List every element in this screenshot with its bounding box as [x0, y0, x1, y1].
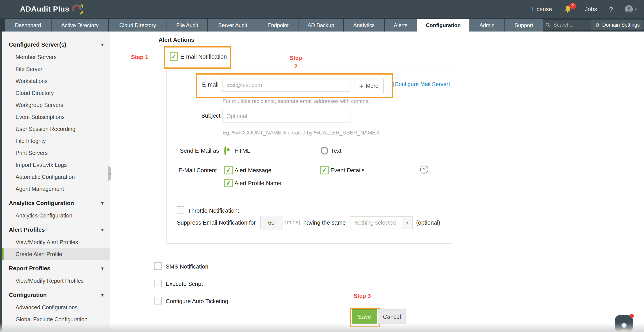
- sidebar-item-workstations[interactable]: Workstations: [2, 75, 110, 87]
- subject-input[interactable]: [222, 110, 350, 123]
- alert-message-checkbox[interactable]: ✓: [224, 166, 233, 174]
- sidebar-item-file-server[interactable]: File Server: [2, 63, 110, 75]
- configure-auto-ticketing-checkbox[interactable]: [154, 297, 162, 305]
- sidebar-item-advanced-configurations[interactable]: Advanced Configurations: [2, 301, 110, 313]
- tab-cloud-directory[interactable]: Cloud Directory: [109, 19, 166, 31]
- suppress-prefix-label: Suppress Email Notification for: [177, 219, 256, 226]
- alert-profile-name-label: Alert Profile Name: [234, 180, 281, 186]
- sidebar-item-member-servers[interactable]: Member Servers: [2, 51, 110, 63]
- help-icon[interactable]: ?: [609, 5, 613, 13]
- user-menu[interactable]: ▾: [625, 5, 637, 13]
- tab-admin[interactable]: Admin: [470, 19, 504, 31]
- sidebar-item-cloud-directory[interactable]: Cloud Directory: [2, 87, 110, 99]
- sms-notification-label: SMS Notification: [166, 263, 208, 270]
- sidebar-item-global-exclude-configuration[interactable]: Global Exclude Configuration: [2, 313, 110, 325]
- global-search[interactable]: [543, 20, 592, 30]
- topbar-actions: License 2 Jobs ?: [532, 0, 637, 18]
- subject-help-text: Eg: %ACCOUNT_NAME% created by %CALLER_US…: [222, 130, 380, 136]
- sidebar-item-print-servers[interactable]: Print Servers: [2, 147, 110, 159]
- email-help-text: For multiple recipients, separate email …: [222, 98, 370, 104]
- tab-analytics[interactable]: Analytics: [344, 19, 384, 31]
- sidebar-item-create-alert-profile[interactable]: Create Alert Profile: [2, 248, 110, 260]
- email-notification-checkbox[interactable]: ✓: [170, 52, 178, 61]
- sidebar-item-file-integrity[interactable]: File Integrity: [2, 135, 110, 147]
- check-icon: ✓: [322, 167, 327, 173]
- search-input[interactable]: [552, 22, 585, 28]
- panel-divider: [176, 196, 444, 196]
- alert-message-label: Alert Message: [234, 167, 271, 174]
- configure-mail-server-link[interactable]: [Configure Mail Server]: [393, 81, 450, 87]
- email-input[interactable]: [222, 78, 350, 92]
- search-icon: [546, 22, 550, 27]
- sidebar-section-configuration[interactable]: Configuration▾: [2, 288, 110, 301]
- tab-alerts[interactable]: Alerts: [384, 19, 416, 31]
- sidebar-section-analytics-configuration[interactable]: Analytics Configuration▾: [2, 196, 110, 210]
- notifications-bell-icon[interactable]: 2: [564, 5, 573, 13]
- sidebar-item-view-modify-report-profiles[interactable]: View/Modify Report Profiles: [2, 275, 110, 287]
- tab-dashboard[interactable]: Dashboard: [5, 19, 51, 31]
- left-edge-strip: [0, 31, 2, 332]
- email-field-label: E-mail: [202, 81, 218, 88]
- mins-label: [mins]: [285, 219, 300, 226]
- sidebar-item-view-modify-alert-profiles[interactable]: View/Modify Alert Profiles: [2, 236, 110, 248]
- execute-script-label: Execute Script: [166, 281, 203, 287]
- sidebar-section-configured-servers[interactable]: Configured Server(s)▾: [2, 38, 110, 51]
- separator: [579, 5, 579, 13]
- sidebar-section-alert-profiles[interactable]: Alert Profiles▾: [2, 223, 110, 236]
- create-alert-profile-content: Alert Actions Step 1 ✓ E-mail Notificati…: [110, 31, 644, 332]
- event-details-checkbox[interactable]: ✓: [320, 166, 329, 174]
- support-chat-widget[interactable]: [615, 315, 633, 332]
- sidebar-item-agent-management[interactable]: Agent Management: [2, 183, 110, 195]
- domain-settings-button[interactable]: Domain Settings: [591, 19, 644, 30]
- chevron-down-icon: ▾: [635, 7, 637, 11]
- domain-settings-label: Domain Settings: [602, 22, 640, 27]
- sidebar-item-automatic-configuration[interactable]: Automatic Configuration: [2, 171, 110, 183]
- email-content-help-icon[interactable]: ?: [420, 166, 428, 174]
- sidebar-section-report-profiles[interactable]: Report Profiles▾: [2, 261, 110, 275]
- logo-swirl-icon: [71, 3, 82, 15]
- plus-icon: +: [359, 82, 363, 89]
- alert-profile-name-checkbox[interactable]: ✓: [224, 179, 233, 187]
- license-link[interactable]: License: [532, 6, 552, 12]
- nav-tabs: Dashboard Active Directory Cloud Directo…: [5, 19, 544, 31]
- subject-field-label: Subject: [201, 112, 220, 119]
- app-logo[interactable]: ADAudit Plus: [20, 3, 82, 15]
- tab-endpoint[interactable]: Endpoint: [258, 19, 298, 31]
- sidebar-item-import-evt-logs[interactable]: Import Evt/Evtx Logs: [2, 159, 110, 171]
- top-bar: ADAudit Plus License 2: [0, 0, 644, 18]
- alert-actions-heading: Alert Actions: [158, 36, 194, 43]
- send-text-label: Text: [331, 147, 342, 154]
- tab-file-audit[interactable]: File Audit: [167, 19, 208, 31]
- suppress-minutes-value[interactable]: 60: [260, 216, 282, 230]
- notification-count-badge: 2: [570, 3, 576, 9]
- sidebar-item-event-subscriptions[interactable]: Event Subscriptions: [2, 111, 110, 123]
- jobs-link[interactable]: Jobs: [585, 6, 597, 12]
- more-button-label: More: [366, 83, 378, 89]
- cancel-button[interactable]: Cancel: [378, 309, 406, 324]
- gear-icon: [595, 22, 600, 27]
- sidebar-item-analytics-configuration[interactable]: Analytics Configuration: [2, 210, 110, 222]
- send-text-radio[interactable]: [321, 147, 328, 154]
- tab-server-audit[interactable]: Server Audit: [208, 19, 258, 31]
- sidebar-item-user-session-recording[interactable]: User Session Recording: [2, 123, 110, 135]
- tab-support[interactable]: Support: [504, 19, 543, 31]
- main-nav-bar: Dashboard Active Directory Cloud Directo…: [0, 18, 644, 31]
- throttle-criteria-dropdown[interactable]: Nothing selected ▾: [350, 216, 412, 229]
- tab-active-directory[interactable]: Active Directory: [52, 19, 108, 31]
- send-html-label: HTML: [234, 147, 250, 154]
- check-icon: ✓: [226, 167, 231, 173]
- chevron-down-icon: ▾: [101, 227, 104, 232]
- chevron-down-icon: ▾: [101, 292, 104, 297]
- sms-notification-checkbox[interactable]: [154, 262, 162, 270]
- execute-script-checkbox[interactable]: [154, 280, 162, 287]
- throttle-notification-checkbox[interactable]: [177, 206, 184, 214]
- send-html-radio[interactable]: [224, 146, 226, 155]
- tab-ad-backup[interactable]: AD Backup: [298, 19, 343, 31]
- sidebar-item-workgroup-servers[interactable]: Workgroup Servers: [2, 99, 110, 111]
- chevron-down-icon: ▾: [101, 266, 104, 271]
- more-recipients-button[interactable]: + More: [354, 78, 384, 93]
- tab-configuration[interactable]: Configuration: [417, 19, 470, 31]
- save-button[interactable]: Save: [352, 309, 377, 324]
- chat-notification-dot: [630, 314, 634, 318]
- check-icon: ✓: [226, 180, 231, 186]
